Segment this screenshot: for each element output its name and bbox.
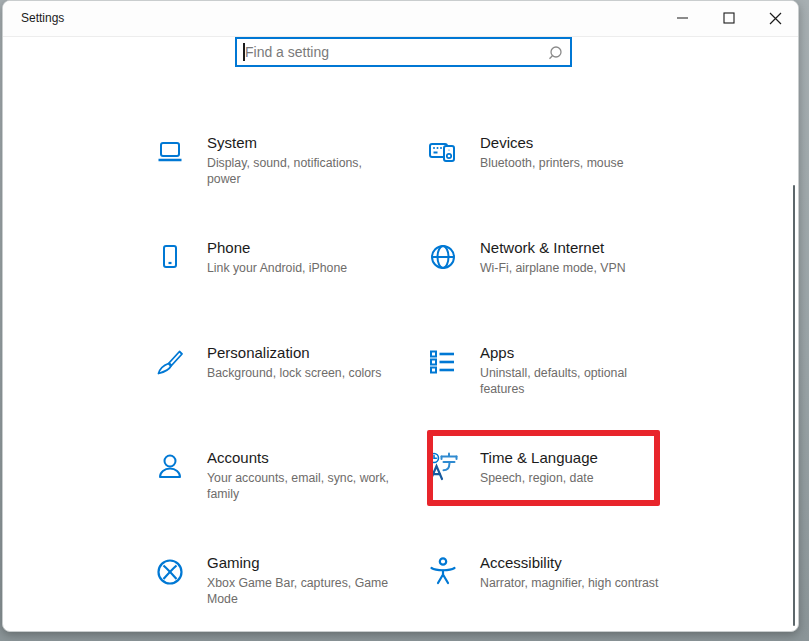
xbox-icon bbox=[154, 556, 186, 588]
category-title: Gaming bbox=[207, 553, 391, 573]
category-title: Accounts bbox=[207, 448, 391, 468]
category-description: Display, sound, notifications, power bbox=[207, 156, 391, 187]
categories-grid: System Display, sound, notifications, po… bbox=[144, 130, 690, 632]
minimize-icon bbox=[677, 12, 689, 24]
search-input[interactable] bbox=[237, 39, 570, 65]
category-title: Devices bbox=[480, 133, 664, 153]
accessibility-icon bbox=[427, 556, 459, 588]
titlebar: Settings bbox=[3, 1, 798, 37]
category-description: Link your Android, iPhone bbox=[207, 261, 391, 277]
category-title: Accessibility bbox=[480, 553, 664, 573]
maximize-button[interactable] bbox=[706, 1, 752, 35]
category-title: Phone bbox=[207, 238, 391, 258]
globe-icon bbox=[427, 241, 459, 273]
minimize-button[interactable] bbox=[660, 1, 706, 35]
maximize-icon bbox=[723, 12, 735, 24]
category-title: Network & Internet bbox=[480, 238, 664, 258]
category-tile-system[interactable]: System Display, sound, notifications, po… bbox=[144, 130, 417, 235]
category-tile-accounts[interactable]: Accounts Your accounts, email, sync, wor… bbox=[144, 445, 417, 550]
category-description: Xbox Game Bar, captures, Game Mode bbox=[207, 576, 391, 607]
window-controls bbox=[660, 1, 798, 36]
category-description: Your accounts, email, sync, work, family bbox=[207, 471, 391, 502]
category-description: Wi-Fi, airplane mode, VPN bbox=[480, 261, 664, 277]
category-description: Uninstall, defaults, optional features bbox=[480, 366, 664, 397]
text-caret bbox=[243, 43, 245, 61]
phone-icon bbox=[154, 241, 186, 273]
person-icon bbox=[154, 451, 186, 483]
category-description: Bluetooth, printers, mouse bbox=[480, 156, 664, 172]
scrollbar-thumb[interactable] bbox=[793, 185, 795, 626]
close-button[interactable] bbox=[752, 1, 798, 35]
paintbrush-icon bbox=[154, 346, 186, 378]
settings-window: Settings bbox=[2, 0, 799, 632]
laptop-icon bbox=[154, 136, 186, 168]
category-tile-phone[interactable]: Phone Link your Android, iPhone bbox=[144, 235, 417, 340]
settings-content: System Display, sound, notifications, po… bbox=[3, 37, 798, 632]
search-icon bbox=[547, 45, 563, 61]
highlight-box bbox=[427, 430, 660, 506]
category-tile-devices[interactable]: Devices Bluetooth, printers, mouse bbox=[417, 130, 690, 235]
category-tile-accessibility[interactable]: Accessibility Narrator, magnifier, high … bbox=[417, 550, 690, 632]
category-description: Narrator, magnifier, high contrast bbox=[480, 576, 664, 592]
category-description: Background, lock screen, colors bbox=[207, 366, 391, 382]
category-tile-gaming[interactable]: Gaming Xbox Game Bar, captures, Game Mod… bbox=[144, 550, 417, 632]
apps-list-icon bbox=[427, 346, 459, 378]
devices-icon bbox=[427, 136, 459, 168]
category-title: Personalization bbox=[207, 343, 391, 363]
category-title: Apps bbox=[480, 343, 664, 363]
category-tile-network[interactable]: Network & Internet Wi-Fi, airplane mode,… bbox=[417, 235, 690, 340]
category-tile-personalization[interactable]: Personalization Background, lock screen,… bbox=[144, 340, 417, 445]
close-icon bbox=[769, 12, 782, 25]
search-box bbox=[235, 37, 572, 67]
window-title: Settings bbox=[21, 11, 64, 25]
category-title: System bbox=[207, 133, 391, 153]
